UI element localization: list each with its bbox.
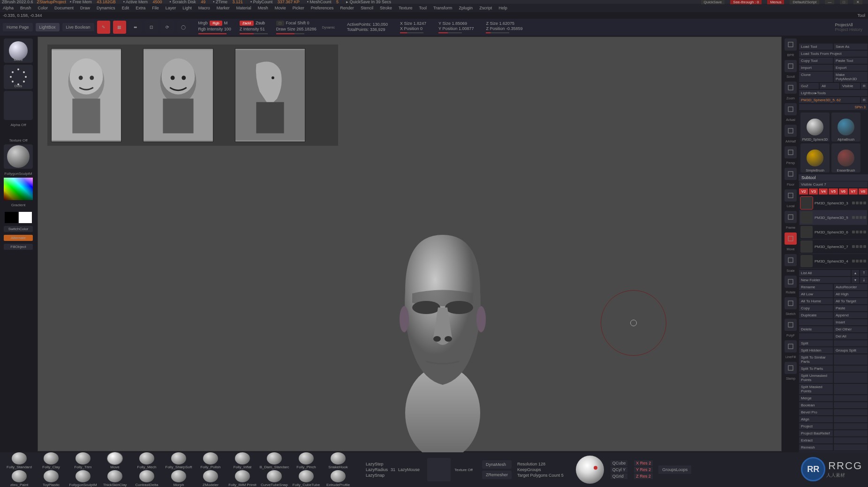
menu-render[interactable]: Render: [340, 6, 354, 10]
menu-layer[interactable]: Layer: [166, 6, 176, 10]
tool-thumb-1[interactable]: AlphaBrush: [831, 112, 860, 142]
scale-mode-icon[interactable]: ⊡: [145, 21, 158, 34]
op-button[interactable]: Rename: [799, 284, 833, 291]
gradient-label[interactable]: Gradient: [11, 203, 26, 207]
draw-size-slider[interactable]: Draw Size 265.18286: [276, 27, 317, 31]
subtool-item[interactable]: PM3D_Sphere3D_5: [800, 210, 867, 225]
tool-r-button[interactable]: R: [860, 97, 868, 104]
op-button[interactable]: Paste: [833, 305, 868, 312]
zres-slider[interactable]: Z Res 2: [634, 473, 653, 479]
seethrough-slider[interactable]: See-through : 0: [730, 0, 762, 4]
brush-extrudeprofile[interactable]: ExtrudeProfile: [323, 470, 354, 487]
ref-image-3[interactable]: [235, 48, 305, 142]
menu-stencil[interactable]: Stencil: [361, 6, 373, 10]
tool-thumb-2[interactable]: SimpleBrush: [800, 143, 830, 172]
brush-thickskinclay[interactable]: ThickSkinClay: [99, 470, 130, 487]
menu-file[interactable]: File: [152, 6, 159, 10]
scale-icon[interactable]: [785, 254, 797, 266]
op-button[interactable]: Split To Similar Parts: [799, 354, 833, 365]
menu-stroke[interactable]: Stroke: [380, 6, 392, 10]
op-button[interactable]: Append: [833, 312, 868, 319]
edit-mode-icon[interactable]: ✎: [97, 21, 110, 34]
move-mode-icon[interactable]: ⬌: [129, 21, 142, 34]
brush-toyplastic[interactable]: ToyPlastic: [36, 470, 67, 487]
menu-tool[interactable]: Tool: [419, 6, 427, 10]
make-polymesh-button[interactable]: Make PolyMesh3D: [833, 71, 868, 82]
alternate-button[interactable]: Alternate: [4, 235, 33, 241]
lazysnap-slider[interactable]: LazySnap: [366, 473, 385, 478]
lazymouse-toggle[interactable]: LazyMouse: [398, 467, 420, 472]
paste-tool-button[interactable]: Paste Tool: [833, 57, 868, 64]
menu-dynamics[interactable]: Dynamics: [97, 6, 115, 10]
swatch-primary[interactable]: [19, 212, 32, 223]
op-button[interactable]: Copy: [799, 305, 833, 312]
menu-alpha[interactable]: Alpha: [3, 6, 14, 10]
rotate-icon[interactable]: [785, 276, 797, 288]
xres-slider[interactable]: X Res 2: [634, 460, 653, 466]
layer-tab[interactable]: V4: [818, 188, 828, 195]
brush-snakehook[interactable]: SnakeHook: [323, 452, 354, 469]
ref-image-1[interactable]: [51, 48, 121, 142]
goz-all-button[interactable]: All: [819, 82, 840, 90]
zoom-icon[interactable]: [785, 82, 797, 94]
list-all-button[interactable]: List All: [799, 270, 851, 277]
menu-marker[interactable]: Marker: [217, 6, 230, 10]
brush-curvetubesnap[interactable]: CurveTubeSnap: [259, 470, 290, 487]
move-down-icon[interactable]: ▾: [851, 277, 860, 284]
window-max-icon[interactable]: □: [840, 0, 848, 4]
stroke-selector[interactable]: Dots: [4, 65, 33, 89]
qcube-button[interactable]: QCube: [611, 460, 628, 466]
import-button[interactable]: Import: [799, 64, 833, 71]
lightbox-tools-button[interactable]: Lightbox▸Tools: [799, 90, 868, 97]
zadd-toggle[interactable]: Zadd: [240, 21, 254, 26]
mrgb-toggle[interactable]: Mrgb: [198, 21, 208, 25]
material-selector[interactable]: [4, 144, 33, 169]
op-button[interactable]: Split To Parts: [799, 365, 833, 372]
tab-home[interactable]: Home Page: [3, 23, 33, 31]
lazystep-slider[interactable]: LazyStep: [366, 462, 384, 466]
rotate-mode-icon[interactable]: ⟳: [161, 21, 174, 34]
menu-movie[interactable]: Movie: [275, 6, 286, 10]
color-picker[interactable]: [4, 178, 33, 200]
project-history-button[interactable]: Project History: [835, 27, 862, 32]
op-button[interactable]: All To Home: [799, 298, 833, 305]
move-top-icon[interactable]: ⤒: [860, 270, 868, 277]
clone-button[interactable]: Clone: [799, 71, 833, 82]
floor-icon[interactable]: [785, 168, 797, 180]
op-button[interactable]: Split Masked Points: [799, 383, 833, 395]
brush-folly_sharpsoft[interactable]: Folly_SharpSoft: [163, 452, 194, 469]
groupsloops-button[interactable]: GroupsLoops: [658, 465, 691, 474]
export-button[interactable]: Export: [833, 64, 868, 71]
polyf-icon[interactable]: [785, 319, 797, 331]
menu-document[interactable]: Document: [54, 6, 74, 10]
qgrid-button[interactable]: QGrid: [611, 473, 628, 479]
z-intensity-slider[interactable]: Z Intensity 51: [240, 27, 265, 31]
keepgroups-toggle[interactable]: KeepGroups: [517, 467, 564, 472]
layer-tab[interactable]: V5: [828, 188, 838, 195]
new-folder-button[interactable]: New Folder: [799, 277, 851, 284]
op-button[interactable]: Split: [799, 340, 833, 347]
goz-visible-button[interactable]: Visible: [840, 82, 860, 90]
dynamesh-button[interactable]: DynaMesh: [482, 460, 512, 469]
op-button[interactable]: All High: [833, 291, 868, 298]
sculpt-mesh[interactable]: [377, 216, 508, 461]
menu-mesh[interactable]: Mesh: [258, 6, 268, 10]
aahalf-icon[interactable]: [785, 125, 797, 137]
current-tool-name[interactable]: PM3D_Sphere3D_5. 62: [799, 97, 860, 104]
op-button[interactable]: Extract: [799, 437, 833, 444]
lazyradius-slider[interactable]: LazyRadius: [366, 467, 388, 472]
linefill-icon[interactable]: [785, 340, 797, 352]
move-bottom-icon[interactable]: ⤓: [860, 277, 868, 284]
tool-thumb-0[interactable]: PM3D_Sphere3D: [800, 112, 830, 142]
rgb-intensity-slider[interactable]: Rgb Intensity 100: [198, 27, 231, 31]
brush-folly_mech[interactable]: Folly_Mech: [131, 452, 162, 469]
brush-folly_imm primit[interactable]: Folly_IMM Primit: [227, 470, 258, 487]
menus-toggle[interactable]: Menus: [767, 0, 784, 4]
op-button[interactable]: Delete: [799, 326, 833, 333]
window-min-icon[interactable]: —: [825, 0, 834, 4]
material-preview-sphere[interactable]: [576, 456, 604, 484]
dynamic-toggle[interactable]: Dynamic: [322, 26, 335, 29]
tool-menu-header[interactable]: Tool: [857, 13, 865, 18]
save-as-button[interactable]: Save As: [833, 43, 868, 50]
op-button[interactable]: Align: [799, 416, 833, 423]
